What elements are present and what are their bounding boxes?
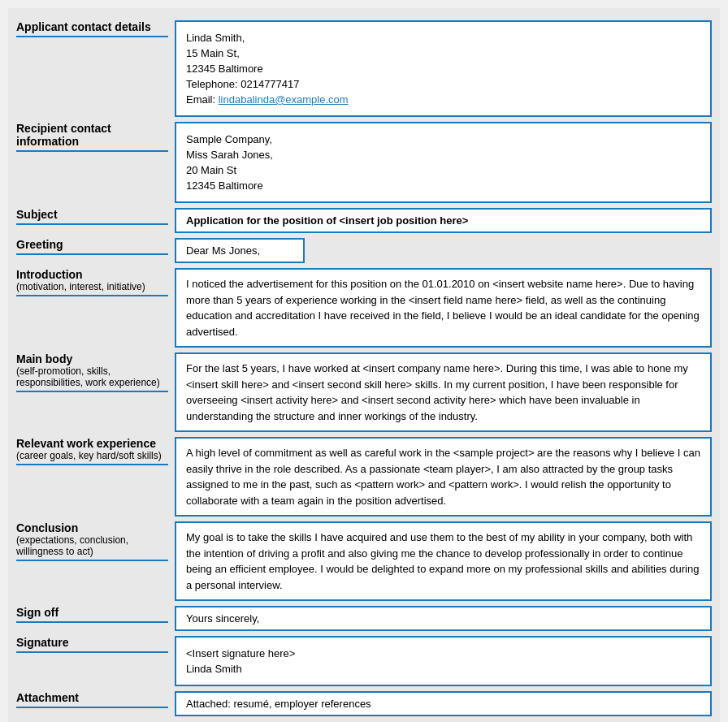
- signature-line2: Linda Smith: [186, 663, 700, 675]
- main-body-section: Main body (self-promotion, skills, respo…: [16, 352, 712, 432]
- introduction-label: Introduction: [16, 268, 168, 281]
- introduction-label-col: Introduction (motivation, interest, init…: [16, 268, 175, 296]
- subject-section: Subject Application for the position of …: [16, 208, 712, 233]
- recipient-section: Recipient contact information Sample Com…: [16, 122, 712, 203]
- main-body-underline: [16, 391, 168, 392]
- conclusion-label-col: Conclusion (expectations, conclusion, wi…: [16, 521, 175, 561]
- introduction-underline: [16, 295, 168, 296]
- attachment-label: Attachment: [16, 691, 168, 704]
- recipient-underline: [16, 150, 168, 152]
- conclusion-content: My goal is to take the skills I have acq…: [175, 521, 712, 601]
- relevant-work-content: A high level of commitment as well as ca…: [175, 437, 712, 517]
- signoff-section: Sign off Yours sincerely,: [16, 606, 712, 631]
- signoff-underline: [16, 621, 168, 623]
- signoff-label: Sign off: [16, 606, 168, 619]
- signoff-content: Yours sincerely,: [175, 606, 712, 631]
- page: Applicant contact details Linda Smith, 1…: [8, 8, 720, 722]
- attachment-section: Attachment Attached: resumé, employer re…: [16, 691, 712, 716]
- applicant-line1: Linda Smith,: [186, 32, 700, 44]
- subject-box: Application for the position of <insert …: [175, 208, 712, 233]
- recipient-line1: Sample Company,: [186, 133, 700, 145]
- attachment-box: Attached: resumé, employer references: [175, 691, 712, 716]
- recipient-line3: 20 Main St: [186, 164, 700, 176]
- signature-section: Signature <Insert signature here> Linda …: [16, 636, 712, 686]
- applicant-underline: [16, 36, 168, 37]
- relevant-work-section: Relevant work experience (career goals, …: [16, 437, 712, 517]
- applicant-section: Applicant contact details Linda Smith, 1…: [16, 20, 712, 117]
- greeting-label: Greeting: [16, 238, 168, 251]
- signature-label-col: Signature: [16, 636, 175, 653]
- attachment-content: Attached: resumé, employer references: [175, 691, 712, 716]
- introduction-section: Introduction (motivation, interest, init…: [16, 268, 712, 348]
- relevant-work-underline: [16, 464, 168, 465]
- applicant-line4: Telephone: 0214777417: [186, 78, 700, 90]
- main-body-label: Main body: [16, 352, 168, 365]
- applicant-label-col: Applicant contact details: [16, 20, 175, 37]
- applicant-box: Linda Smith, 15 Main St, 12345 Baltimore…: [175, 20, 712, 117]
- applicant-line3: 12345 Baltimore: [186, 63, 700, 75]
- conclusion-box: My goal is to take the skills I have acq…: [175, 521, 712, 601]
- applicant-content: Linda Smith, 15 Main St, 12345 Baltimore…: [175, 20, 712, 117]
- conclusion-label: Conclusion: [16, 521, 168, 534]
- recipient-label: Recipient contact information: [16, 122, 168, 148]
- signature-box: <Insert signature here> Linda Smith: [175, 636, 712, 686]
- recipient-label-col: Recipient contact information: [16, 122, 175, 152]
- greeting-underline: [16, 253, 168, 255]
- relevant-work-sub: (career goals, key hard/soft skills): [16, 450, 168, 461]
- email-prefix: Email:: [186, 93, 219, 106]
- greeting-label-col: Greeting: [16, 238, 175, 255]
- recipient-line2: Miss Sarah Jones,: [186, 149, 700, 161]
- attachment-underline: [16, 707, 168, 708]
- recipient-line4: 12345 Baltimore: [186, 179, 700, 192]
- signature-content: <Insert signature here> Linda Smith: [175, 636, 712, 686]
- signature-label: Signature: [16, 636, 168, 649]
- applicant-label: Applicant contact details: [16, 20, 168, 33]
- main-body-box: For the last 5 years, I have worked at <…: [175, 352, 712, 432]
- subject-label: Subject: [16, 208, 168, 221]
- greeting-box: Dear Ms Jones,: [175, 238, 305, 263]
- applicant-line5: Email: lindabalinda@example.com: [186, 93, 700, 106]
- signature-underline: [16, 651, 168, 653]
- signoff-label-col: Sign off: [16, 606, 175, 623]
- subject-label-col: Subject: [16, 208, 175, 225]
- main-body-label-col: Main body (self-promotion, skills, respo…: [16, 352, 175, 392]
- conclusion-section: Conclusion (expectations, conclusion, wi…: [16, 521, 712, 601]
- introduction-sub: (motivation, interest, initiative): [16, 281, 168, 292]
- relevant-work-box: A high level of commitment as well as ca…: [175, 437, 712, 517]
- introduction-content: I noticed the advertisement for this pos…: [175, 268, 712, 348]
- recipient-box: Sample Company, Miss Sarah Jones, 20 Mai…: [175, 122, 712, 203]
- greeting-content: Dear Ms Jones,: [175, 238, 712, 263]
- applicant-line2: 15 Main St,: [186, 47, 700, 59]
- main-body-sub: (self-promotion, skills, responsibilitie…: [16, 365, 168, 388]
- signature-line1: <Insert signature here>: [186, 647, 700, 659]
- signoff-box: Yours sincerely,: [175, 606, 712, 631]
- conclusion-underline: [16, 560, 168, 561]
- introduction-box: I noticed the advertisement for this pos…: [175, 268, 712, 348]
- relevant-work-label-col: Relevant work experience (career goals, …: [16, 437, 175, 465]
- recipient-content: Sample Company, Miss Sarah Jones, 20 Mai…: [175, 122, 712, 203]
- main-body-content: For the last 5 years, I have worked at <…: [175, 352, 712, 432]
- attachment-label-col: Attachment: [16, 691, 175, 708]
- subject-underline: [16, 223, 168, 225]
- relevant-work-label: Relevant work experience: [16, 437, 168, 450]
- applicant-email[interactable]: lindabalinda@example.com: [219, 93, 349, 106]
- greeting-section: Greeting Dear Ms Jones,: [16, 238, 712, 263]
- subject-content: Application for the position of <insert …: [175, 208, 712, 233]
- conclusion-sub: (expectations, conclusion, willingness t…: [16, 534, 168, 557]
